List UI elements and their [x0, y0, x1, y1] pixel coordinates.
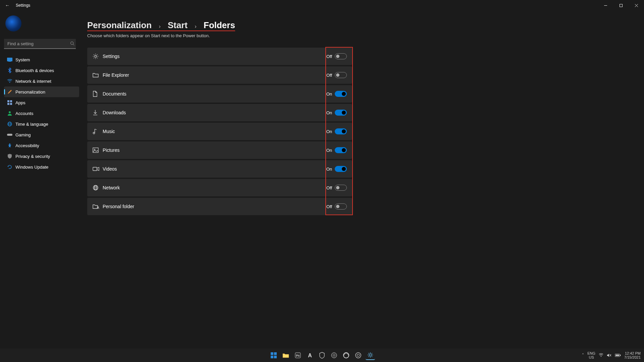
tray-chevron-up-icon[interactable]: ˄: [582, 353, 584, 358]
nav-label: Gaming: [15, 132, 79, 137]
wifi-tray-icon[interactable]: [599, 353, 603, 357]
taskbar-firefox-icon[interactable]: [329, 351, 339, 360]
nav-accessibility[interactable]: Accessibility: [4, 140, 79, 151]
bluetooth-icon: [6, 68, 13, 73]
row-pictures[interactable]: Pictures On: [87, 141, 352, 159]
title-bar: ← Settings: [0, 0, 644, 11]
minimize-button[interactable]: [598, 0, 613, 11]
nav-label: System: [15, 57, 79, 62]
svg-rect-6: [7, 58, 12, 61]
toggle-network[interactable]: [335, 185, 347, 191]
toggle-settings[interactable]: [335, 53, 347, 59]
nav-windows-update[interactable]: Windows Update: [4, 162, 79, 172]
search-container: [4, 39, 79, 49]
back-button[interactable]: ←: [5, 3, 10, 8]
nav-accounts[interactable]: Accounts: [4, 108, 79, 119]
toggle-downloads[interactable]: [335, 110, 347, 116]
sync-icon: [6, 165, 13, 169]
svg-text:Ps: Ps: [296, 354, 300, 357]
svg-point-13: [9, 111, 11, 113]
start-button[interactable]: [269, 351, 278, 360]
chevron-right-icon: ›: [159, 23, 160, 29]
taskbar-explorer-icon[interactable]: [281, 351, 290, 360]
row-label: Music: [103, 129, 326, 134]
svg-rect-33: [93, 148, 98, 153]
gear-icon: [93, 53, 103, 59]
close-button[interactable]: [629, 0, 644, 11]
clock-time: 12:42 PM: [624, 351, 641, 355]
nav-privacy[interactable]: Privacy & security: [4, 151, 79, 162]
taskbar-brave-icon[interactable]: [317, 351, 327, 360]
language-indicator[interactable]: ENG US: [587, 351, 595, 359]
row-label: Videos: [103, 166, 326, 172]
nav-apps[interactable]: Apps: [4, 97, 79, 108]
row-settings[interactable]: Settings Off: [87, 48, 352, 65]
taskbar-edge-icon[interactable]: [341, 351, 351, 360]
toggle-music[interactable]: [335, 128, 347, 134]
svg-rect-70: [615, 355, 619, 356]
breadcrumb-personalization[interactable]: Personalization: [87, 20, 152, 30]
window-title: Settings: [16, 3, 30, 8]
row-network[interactable]: Network Off: [87, 179, 352, 196]
minimize-icon: [604, 4, 607, 7]
toggle-file-explorer[interactable]: [335, 72, 347, 78]
row-file-explorer[interactable]: File Explorer Off: [87, 66, 352, 84]
row-label: File Explorer: [103, 72, 326, 78]
download-icon: [93, 110, 103, 116]
row-personal-folder[interactable]: Personal folder Off: [87, 198, 352, 215]
lang-bot: US: [587, 355, 595, 359]
row-label: Documents: [103, 91, 326, 97]
volume-mute-icon[interactable]: [607, 353, 611, 357]
svg-point-18: [9, 143, 10, 145]
taskbar-app-ps-icon[interactable]: Ps: [293, 351, 303, 360]
nav-system[interactable]: System: [4, 54, 79, 65]
svg-marker-36: [97, 167, 99, 171]
taskbar-center: Ps A: [269, 351, 375, 360]
row-videos[interactable]: Videos On: [87, 160, 352, 178]
clock-date: 7/15/2021: [624, 355, 641, 359]
nav-label: Apps: [15, 100, 79, 105]
svg-point-53: [356, 353, 361, 358]
nav-gaming[interactable]: Gaming: [4, 129, 79, 140]
row-label: Personal folder: [103, 204, 326, 209]
toggle-state: Off: [326, 185, 332, 190]
svg-rect-44: [274, 352, 277, 355]
taskbar-settings-icon[interactable]: [366, 351, 375, 360]
apps-icon: [6, 100, 13, 105]
nav-bluetooth[interactable]: Bluetooth & devices: [4, 65, 79, 76]
search-input[interactable]: [4, 39, 76, 49]
svg-text:A: A: [308, 353, 312, 358]
toggle-state: On: [326, 167, 332, 172]
taskbar-app-a-icon[interactable]: A: [305, 351, 315, 360]
toggle-pictures[interactable]: [335, 147, 347, 153]
svg-point-20: [95, 55, 97, 57]
nav-label: Windows Update: [15, 165, 79, 170]
nav-time-language[interactable]: Time & language: [4, 119, 79, 129]
svg-line-26: [97, 58, 98, 58]
svg-line-62: [368, 356, 369, 357]
battery-icon[interactable]: [615, 354, 621, 357]
maximize-button[interactable]: [613, 0, 629, 11]
window-controls: [598, 0, 644, 11]
svg-rect-17: [7, 134, 12, 136]
toggle-documents[interactable]: [335, 91, 347, 97]
user-avatar[interactable]: [5, 15, 21, 32]
row-downloads[interactable]: Downloads On: [87, 104, 352, 121]
chevron-right-icon: ›: [195, 23, 196, 29]
music-icon: [93, 128, 103, 134]
svg-line-5: [73, 44, 74, 45]
nav-label: Bluetooth & devices: [15, 68, 79, 73]
toggle-videos[interactable]: [335, 166, 347, 172]
clock[interactable]: 12:42 PM 7/15/2021: [624, 351, 641, 359]
toggle-personal-folder[interactable]: [335, 203, 347, 209]
taskbar-chrome-icon[interactable]: [354, 351, 363, 360]
row-documents[interactable]: Documents On: [87, 85, 352, 103]
nav-personalization[interactable]: Personalization: [4, 86, 79, 97]
nav-network[interactable]: Network & internet: [4, 76, 79, 86]
svg-point-31: [93, 132, 95, 134]
breadcrumb-start[interactable]: Start: [168, 20, 187, 30]
row-music[interactable]: Music On: [87, 123, 352, 140]
nav-label: Network & internet: [15, 79, 79, 84]
svg-line-61: [372, 356, 372, 357]
page-subtitle: Choose which folders appear on Start nex…: [87, 33, 644, 38]
